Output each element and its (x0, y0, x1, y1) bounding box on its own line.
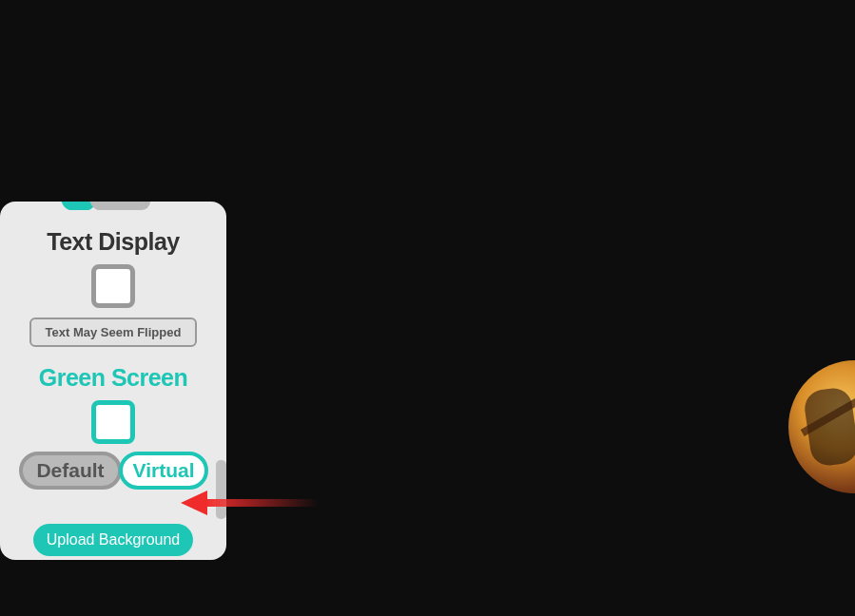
mode-default-button[interactable]: Default (19, 452, 122, 490)
text-display-checkbox[interactable] (91, 264, 135, 308)
green-screen-mode-toggle: Default Virtual (19, 452, 207, 490)
green-screen-title: Green Screen (0, 364, 226, 392)
upload-background-button[interactable]: Upload Background (33, 524, 194, 556)
mode-virtual-button[interactable]: Virtual (119, 452, 208, 490)
text-display-title: Text Display (0, 228, 226, 256)
green-screen-checkbox[interactable] (91, 400, 135, 444)
panel-scrollbar-thumb[interactable] (216, 460, 226, 519)
user-avatar[interactable] (788, 360, 855, 493)
text-flipped-hint: Text May Seem Flipped (29, 318, 197, 347)
previous-toggle-fragment (61, 202, 150, 210)
settings-panel: Text Display Text May Seem Flipped Green… (0, 202, 226, 560)
